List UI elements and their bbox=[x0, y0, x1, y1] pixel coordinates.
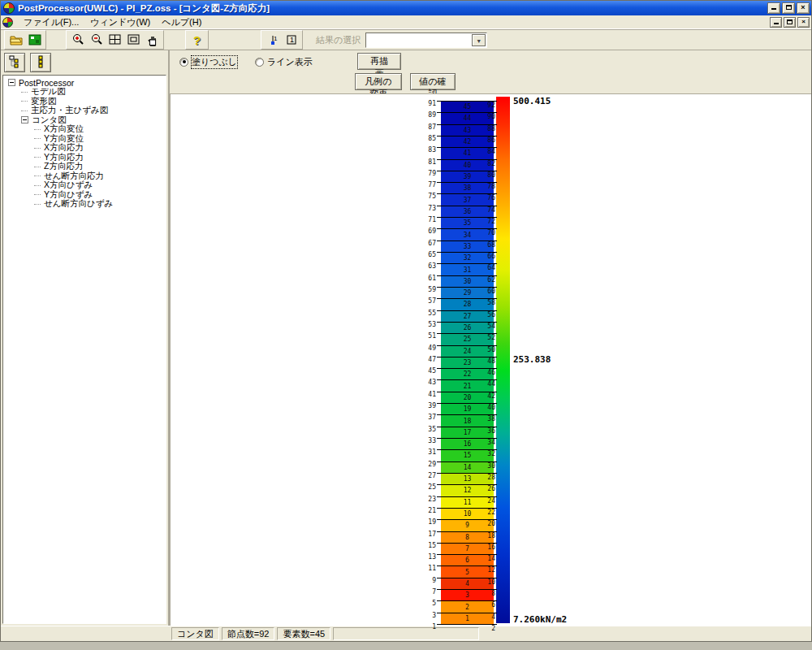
node-number-right: 68 bbox=[482, 241, 495, 249]
node-number-right: 30 bbox=[482, 462, 495, 470]
node-number-right: 90 bbox=[482, 113, 495, 120]
line-display-radio[interactable] bbox=[255, 58, 264, 67]
fill-radio-label[interactable]: 塗りつぶし bbox=[192, 56, 237, 68]
node-number-right: 36 bbox=[482, 427, 495, 435]
node-number-left: 53 bbox=[423, 321, 436, 328]
tree-connector bbox=[34, 204, 41, 205]
node-number-right: 54 bbox=[482, 323, 495, 330]
line-display-radio-label[interactable]: ライン表示 bbox=[267, 56, 313, 68]
node-number-right: 52 bbox=[482, 334, 495, 341]
node-number-right: 64 bbox=[482, 264, 495, 271]
fill-radio[interactable] bbox=[179, 58, 188, 67]
node-number-left: 15 bbox=[423, 542, 436, 549]
node-number-left: 51 bbox=[423, 332, 436, 340]
node-number-right: 82 bbox=[482, 160, 495, 167]
tree-connector bbox=[21, 110, 28, 111]
menu-help[interactable]: ヘルプ(H) bbox=[156, 15, 207, 29]
tree-view-icon bbox=[8, 55, 21, 70]
pan-button[interactable] bbox=[143, 32, 162, 49]
tree-item-主応力・主ひずみ図[interactable]: 主応力・主ひずみ図 bbox=[5, 106, 166, 116]
node-number-left: 5 bbox=[423, 600, 436, 607]
tree-connector bbox=[34, 157, 41, 158]
menu-file[interactable]: ファイル(F)... bbox=[18, 15, 84, 29]
node-number-left: 57 bbox=[423, 297, 436, 305]
tree-item-せん断方向ひずみ[interactable]: せん断方向ひずみ bbox=[5, 200, 166, 210]
pan-hand-icon bbox=[147, 34, 158, 46]
tree-item-PostProcessor[interactable]: PostProcessor bbox=[5, 78, 166, 88]
node-number-left: 79 bbox=[423, 170, 436, 177]
node-number-left: 69 bbox=[423, 228, 436, 235]
node-number-left: 1 bbox=[423, 623, 436, 630]
node-number-left: 19 bbox=[423, 518, 436, 526]
tree-item-label[interactable]: せん断方向ひずみ bbox=[44, 198, 113, 210]
svg-text:1: 1 bbox=[274, 35, 278, 42]
chevron-down-icon[interactable]: ▼ bbox=[472, 34, 486, 46]
fit-view-button[interactable] bbox=[106, 32, 124, 49]
minimize-button[interactable] bbox=[767, 2, 780, 14]
node-number-right: 8 bbox=[482, 590, 495, 597]
node-number-left: 13 bbox=[423, 553, 436, 561]
tree-item-X方向変位[interactable]: X方向変位 bbox=[5, 125, 166, 135]
show-element-numbers-icon: 1 bbox=[286, 34, 297, 46]
zoom-out-button[interactable] bbox=[87, 32, 106, 49]
child-minimize-button[interactable] bbox=[770, 17, 782, 28]
node-number-left: 49 bbox=[423, 344, 436, 352]
collapse-icon[interactable] bbox=[8, 79, 15, 86]
show-node-numbers-button[interactable]: 1 bbox=[263, 32, 282, 49]
color-legend-bar bbox=[496, 97, 510, 623]
tree-item-Y方向応力[interactable]: Y方向応力 bbox=[5, 153, 166, 162]
tree-connector bbox=[34, 138, 41, 139]
child-restore-button[interactable] bbox=[784, 17, 796, 28]
node-number-right: 18 bbox=[482, 532, 495, 540]
collapse-icon[interactable] bbox=[21, 116, 28, 124]
node-number-left: 35 bbox=[423, 426, 436, 433]
child-close-button[interactable]: × bbox=[797, 17, 810, 28]
toolbar: ? 1 1 結果の選択 ▼ bbox=[1, 29, 811, 50]
show-element-numbers-button[interactable]: 1 bbox=[282, 32, 300, 49]
node-number-left: 55 bbox=[423, 310, 436, 317]
zoom-in-icon bbox=[71, 33, 84, 46]
fit-view-icon bbox=[109, 34, 122, 46]
legend-max-value: 500.415 bbox=[513, 96, 551, 106]
zoom-window-button[interactable] bbox=[124, 32, 143, 49]
tree-connector bbox=[34, 194, 41, 195]
close-button[interactable]: × bbox=[797, 2, 810, 14]
tree-view-button[interactable] bbox=[4, 53, 25, 72]
node-number-right: 80 bbox=[482, 171, 495, 179]
node-number-right: 58 bbox=[482, 299, 495, 306]
tree-item-モデル図[interactable]: モデル図 bbox=[5, 88, 166, 98]
node-number-left: 73 bbox=[423, 205, 436, 212]
node-number-right: 86 bbox=[482, 136, 495, 144]
tree-item-Y方向変位[interactable]: Y方向変位 bbox=[5, 134, 166, 144]
node-number-right: 14 bbox=[482, 555, 495, 562]
node-number-right: 84 bbox=[482, 148, 495, 155]
value-check-button[interactable]: 値の確認 bbox=[410, 73, 456, 90]
help-button[interactable]: ? bbox=[188, 32, 206, 49]
node-number-left: 91 bbox=[423, 100, 436, 107]
list-view-button[interactable] bbox=[30, 53, 51, 72]
result-select-label: 結果の選択 bbox=[316, 34, 361, 46]
zoom-in-button[interactable] bbox=[68, 32, 87, 49]
tree-connector bbox=[34, 148, 41, 149]
restore-button[interactable] bbox=[782, 2, 795, 14]
tree-connector bbox=[34, 176, 41, 176]
node-number-right: 66 bbox=[482, 253, 495, 260]
open-file-button[interactable] bbox=[6, 32, 25, 49]
node-number-right: 38 bbox=[482, 415, 495, 422]
zoom-out-icon bbox=[90, 33, 103, 46]
tree-connector bbox=[21, 92, 28, 93]
window-bottom-edge bbox=[0, 642, 812, 650]
tree-item-X方向応力[interactable]: X方向応力 bbox=[5, 144, 166, 154]
redraw-button[interactable]: 再描画 bbox=[357, 53, 401, 70]
node-number-right: 70 bbox=[482, 229, 495, 236]
results-button[interactable] bbox=[25, 32, 44, 49]
contour-canvas[interactable]: 4544434241403938373635343332313029282726… bbox=[170, 93, 811, 626]
help-icon: ? bbox=[193, 33, 201, 47]
node-number-left: 25 bbox=[423, 483, 436, 491]
result-select-combo[interactable]: ▼ bbox=[365, 32, 487, 48]
legend-change-button[interactable]: 凡例の変更 bbox=[355, 73, 402, 90]
node-number-left: 39 bbox=[423, 402, 436, 410]
tree-item-コンタ図[interactable]: コンタ図 bbox=[5, 115, 166, 125]
node-number-right: 24 bbox=[482, 497, 495, 505]
menu-window[interactable]: ウィンドウ(W) bbox=[84, 15, 156, 29]
